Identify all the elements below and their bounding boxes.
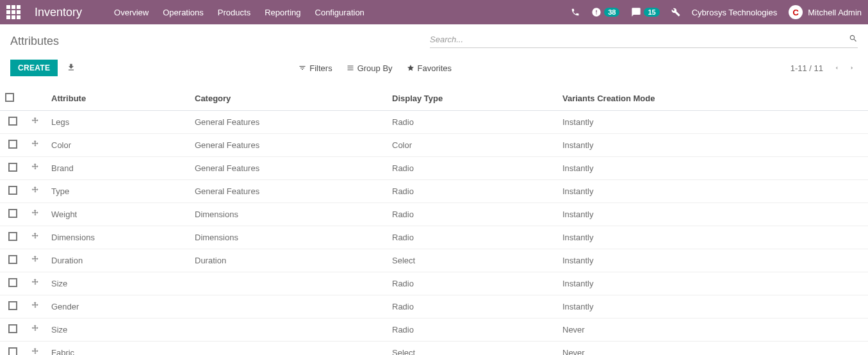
nav-operations[interactable]: Operations (163, 8, 204, 17)
cell-category: General Features (190, 157, 387, 180)
table-row[interactable]: SizeRadioNever (0, 318, 868, 342)
table-row[interactable]: GenderRadioInstantly (0, 295, 868, 318)
cell-display-type: Radio (387, 180, 557, 203)
table-row[interactable]: FabricSelectNever (0, 342, 868, 356)
topbar: Inventory Overview Operations Products R… (0, 0, 868, 24)
avatar: C (789, 5, 803, 19)
company-name[interactable]: Cybrosys Technologies (692, 8, 777, 17)
row-checkbox[interactable] (8, 232, 17, 241)
settings-icon[interactable] (671, 8, 680, 17)
cell-variants-mode: Instantly (557, 157, 868, 180)
cell-attribute: Dimensions (46, 226, 190, 249)
apps-icon[interactable] (6, 5, 20, 19)
discuss-indicator[interactable]: 15 (631, 7, 659, 17)
cell-display-type: Select (387, 342, 557, 356)
col-attribute[interactable]: Attribute (46, 87, 190, 111)
table-row[interactable]: LegsGeneral FeaturesRadioInstantly (0, 111, 868, 134)
filters-button[interactable]: Filters (299, 63, 332, 73)
select-all-checkbox[interactable] (5, 93, 14, 102)
row-checkbox[interactable] (8, 140, 17, 149)
row-checkbox[interactable] (8, 209, 17, 218)
cell-attribute: Size (46, 272, 190, 295)
attributes-table: Attribute Category Display Type Variants… (0, 87, 868, 355)
cell-variants-mode: Instantly (557, 249, 868, 272)
cell-attribute: Duration (46, 249, 190, 272)
cell-attribute: Weight (46, 203, 190, 226)
table-row[interactable]: DurationDurationSelectInstantly (0, 249, 868, 272)
control-panel: Attributes CREATE Filters Group By Favor… (0, 24, 868, 83)
activity-indicator[interactable]: 38 (591, 7, 619, 17)
table-row[interactable]: DimensionsDimensionsRadioInstantly (0, 226, 868, 249)
pager-prev-button[interactable] (831, 61, 842, 76)
cell-attribute: Size (46, 318, 190, 342)
cell-variants-mode: Instantly (557, 111, 868, 134)
drag-handle-icon[interactable] (31, 186, 40, 197)
cell-display-type: Radio (387, 226, 557, 249)
row-checkbox[interactable] (8, 301, 17, 310)
create-button[interactable]: CREATE (10, 60, 58, 76)
page-title: Attributes (10, 35, 59, 48)
table-row[interactable]: WeightDimensionsRadioInstantly (0, 203, 868, 226)
table-row[interactable]: BrandGeneral FeaturesRadioInstantly (0, 157, 868, 180)
row-checkbox[interactable] (8, 347, 17, 355)
pager-next-button[interactable] (846, 61, 858, 76)
import-button[interactable] (67, 63, 76, 74)
phone-icon[interactable] (571, 8, 580, 17)
col-category[interactable]: Category (190, 87, 387, 111)
cell-display-type: Radio (387, 157, 557, 180)
cell-category: General Features (190, 180, 387, 203)
cell-variants-mode: Never (557, 318, 868, 342)
drag-handle-icon[interactable] (31, 232, 40, 243)
nav-reporting[interactable]: Reporting (265, 8, 300, 17)
drag-handle-icon[interactable] (31, 324, 40, 335)
table-row[interactable]: SizeRadioInstantly (0, 272, 868, 295)
search-input[interactable] (430, 32, 849, 46)
cell-category (190, 318, 387, 342)
nav-configuration[interactable]: Configuration (315, 8, 364, 17)
cell-attribute: Gender (46, 295, 190, 318)
row-checkbox[interactable] (8, 117, 17, 126)
search-bar[interactable] (430, 32, 858, 48)
drag-handle-icon[interactable] (31, 163, 40, 174)
drag-handle-icon[interactable] (31, 301, 40, 312)
cell-variants-mode: Instantly (557, 272, 868, 295)
app-title[interactable]: Inventory (35, 6, 82, 19)
nav-overview[interactable]: Overview (114, 8, 149, 17)
activity-badge: 38 (604, 8, 619, 17)
cell-display-type: Radio (387, 295, 557, 318)
row-checkbox[interactable] (8, 186, 17, 195)
cell-attribute: Fabric (46, 342, 190, 356)
col-display-type[interactable]: Display Type (387, 87, 557, 111)
cell-category: Dimensions (190, 226, 387, 249)
table-row[interactable]: ColorGeneral FeaturesColorInstantly (0, 134, 868, 157)
favorites-button[interactable]: Favorites (407, 63, 452, 73)
col-variants-mode[interactable]: Variants Creation Mode (557, 87, 868, 111)
cell-attribute: Type (46, 180, 190, 203)
nav-products[interactable]: Products (218, 8, 250, 17)
topbar-right: 38 15 Cybrosys Technologies C Mitchell A… (571, 5, 862, 19)
row-checkbox[interactable] (8, 255, 17, 264)
user-name: Mitchell Admin (808, 8, 862, 17)
drag-handle-icon[interactable] (31, 209, 40, 220)
table-row[interactable]: TypeGeneral FeaturesRadioInstantly (0, 180, 868, 203)
cell-attribute: Color (46, 134, 190, 157)
drag-handle-icon[interactable] (31, 278, 40, 289)
row-checkbox[interactable] (8, 324, 17, 333)
row-checkbox[interactable] (8, 278, 17, 287)
cell-variants-mode: Never (557, 342, 868, 356)
cell-category: General Features (190, 134, 387, 157)
drag-handle-icon[interactable] (31, 117, 40, 128)
drag-handle-icon[interactable] (31, 255, 40, 266)
drag-handle-icon[interactable] (31, 140, 40, 151)
cell-category: Dimensions (190, 203, 387, 226)
cell-variants-mode: Instantly (557, 180, 868, 203)
search-icon[interactable] (849, 34, 858, 45)
row-checkbox[interactable] (8, 163, 17, 172)
pager-text[interactable]: 1-11 / 11 (790, 63, 823, 73)
user-menu[interactable]: C Mitchell Admin (789, 5, 862, 19)
cell-category (190, 295, 387, 318)
discuss-badge: 15 (644, 8, 659, 17)
cell-variants-mode: Instantly (557, 134, 868, 157)
groupby-button[interactable]: Group By (347, 63, 393, 73)
drag-handle-icon[interactable] (31, 347, 40, 355)
